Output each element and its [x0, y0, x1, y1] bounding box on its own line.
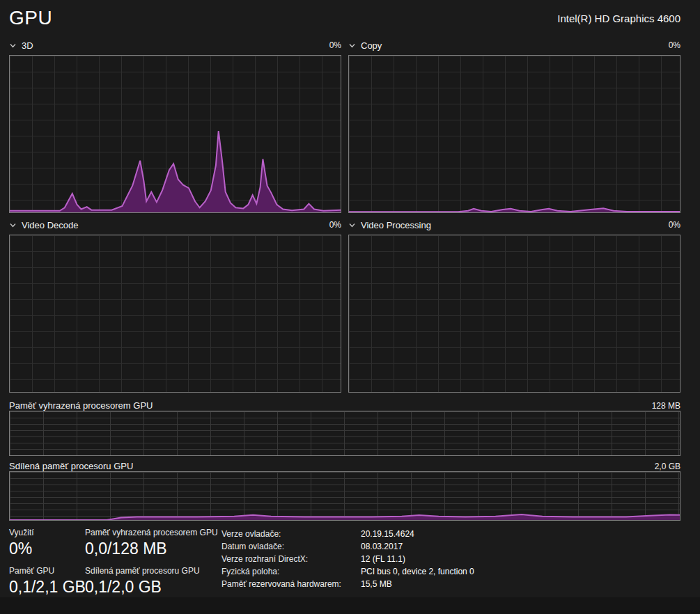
stats-footer: Využití 0% Paměť GPU 0,1/2,1 GB Paměť vy…	[9, 528, 680, 604]
chart-label-3d: 3D	[22, 40, 33, 51]
chart-panel-shared-memory: Sdílená paměť procesoru GPU 2,0 GB	[9, 461, 680, 521]
chart-max-dedicated-memory: 128 MB	[652, 401, 680, 411]
chart-value-video-processing: 0%	[669, 220, 680, 230]
stat-dedicated-memory-label: Paměť vyhrazená procesorem GPU	[85, 528, 221, 537]
stat-shared-memory-label: Sdílená paměť procesoru GPU	[85, 566, 221, 576]
stat-utilization-value: 0%	[9, 540, 85, 558]
page-header: GPU Intel(R) HD Graphics 4600	[9, 7, 680, 39]
detail-driver-version: Verze ovladače: 20.19.15.4624	[221, 528, 474, 540]
stats-column-2: Paměť vyhrazená procesorem GPU 0,0/128 M…	[85, 528, 221, 604]
stat-shared-memory-value: 0,1/2,0 GB	[85, 578, 221, 597]
chart-canvas-video-processing[interactable]	[348, 235, 680, 393]
chevron-down-icon[interactable]	[348, 221, 358, 229]
chart-label-video-processing: Video Processing	[361, 220, 431, 230]
chart-label-copy: Copy	[361, 40, 382, 51]
gpu-performance-page: GPU Intel(R) HD Graphics 4600 3D 0% Copy…	[0, 0, 700, 604]
chart-header-shared-memory: Sdílená paměť procesoru GPU 2,0 GB	[9, 461, 680, 471]
chart-panel-video-processing: Video Processing 0%	[348, 219, 680, 393]
chart-label-video-decode: Video Decode	[22, 220, 78, 230]
stat-dedicated-memory-value: 0,0/128 MB	[85, 540, 221, 558]
chart-canvas-copy[interactable]	[348, 55, 680, 213]
detail-directx-version: Verze rozhraní DirectX: 12 (FL 11.1)	[221, 553, 474, 565]
detail-value: 12 (FL 11.1)	[361, 553, 405, 565]
stats-column-1: Využití 0% Paměť GPU 0,1/2,1 GB	[9, 528, 85, 604]
stat-utilization-label: Využití	[9, 528, 85, 537]
chart-row-1: 3D 0% Copy 0%	[9, 39, 680, 213]
chart-value-3d: 0%	[329, 40, 341, 50]
detail-physical-location: Fyzická poloha: PCI bus 0, device 2, fun…	[221, 565, 474, 578]
chevron-down-icon[interactable]	[9, 221, 19, 229]
detail-value: 20.19.15.4624	[361, 528, 414, 540]
detail-label: Paměť rezervovaná hardwarem:	[221, 578, 361, 590]
chart-value-copy: 0%	[669, 40, 680, 50]
stat-gpu-memory-value: 0,1/2,1 GB	[9, 578, 85, 597]
chart-header-3d: 3D 0%	[9, 39, 341, 52]
chart-header-dedicated-memory: Paměť vyhrazená procesorem GPU 128 MB	[9, 400, 680, 411]
stat-gpu-memory: Paměť GPU 0,1/2,1 GB	[9, 566, 85, 597]
chart-canvas-shared-memory[interactable]	[9, 471, 680, 521]
chart-label-dedicated-memory: Paměť vyhrazená procesorem GPU	[9, 400, 153, 411]
chart-panel-dedicated-memory: Paměť vyhrazená procesorem GPU 128 MB	[9, 400, 680, 456]
window-bottom-edge	[0, 597, 700, 614]
chart-panel-video-decode: Video Decode 0%	[9, 219, 341, 393]
detail-value: 15,5 MB	[361, 578, 392, 590]
chart-header-video-decode: Video Decode 0%	[9, 219, 341, 231]
page-title: GPU	[9, 7, 52, 29]
chart-header-video-processing: Video Processing 0%	[348, 219, 680, 231]
chart-label-shared-memory: Sdílená paměť procesoru GPU	[9, 461, 133, 471]
detail-driver-date: Datum ovladače: 08.03.2017	[221, 540, 474, 553]
chart-max-shared-memory: 2,0 GB	[655, 462, 680, 471]
stat-shared-memory: Sdílená paměť procesoru GPU 0,1/2,0 GB	[85, 566, 221, 597]
detail-label: Verze rozhraní DirectX:	[221, 553, 361, 565]
chevron-down-icon[interactable]	[9, 42, 19, 49]
stat-utilization: Využití 0%	[9, 528, 85, 558]
stat-dedicated-memory: Paměť vyhrazená procesorem GPU 0,0/128 M…	[85, 528, 221, 558]
detail-hardware-reserved-memory: Paměť rezervovaná hardwarem: 15,5 MB	[221, 578, 474, 590]
detail-label: Fyzická poloha:	[221, 565, 361, 578]
chevron-down-icon[interactable]	[348, 42, 358, 49]
chart-header-copy: Copy 0%	[348, 39, 680, 52]
stat-gpu-memory-label: Paměť GPU	[9, 566, 85, 576]
chart-canvas-3d[interactable]	[9, 55, 341, 213]
detail-label: Datum ovladače:	[221, 540, 361, 553]
detail-value: 08.03.2017	[361, 540, 403, 553]
driver-details: Verze ovladače: 20.19.15.4624 Datum ovla…	[221, 528, 474, 604]
chart-value-video-decode: 0%	[329, 220, 341, 230]
chart-panel-copy: Copy 0%	[348, 39, 680, 213]
chart-canvas-video-decode[interactable]	[9, 235, 341, 393]
chart-canvas-dedicated-memory[interactable]	[9, 411, 680, 456]
detail-value: PCI bus 0, device 2, function 0	[361, 565, 474, 578]
chart-row-2: Video Decode 0% Video Processing 0%	[9, 219, 680, 393]
gpu-adapter-name: Intel(R) HD Graphics 4600	[557, 13, 680, 24]
detail-label: Verze ovladače:	[221, 528, 361, 540]
chart-panel-3d: 3D 0%	[9, 39, 341, 213]
